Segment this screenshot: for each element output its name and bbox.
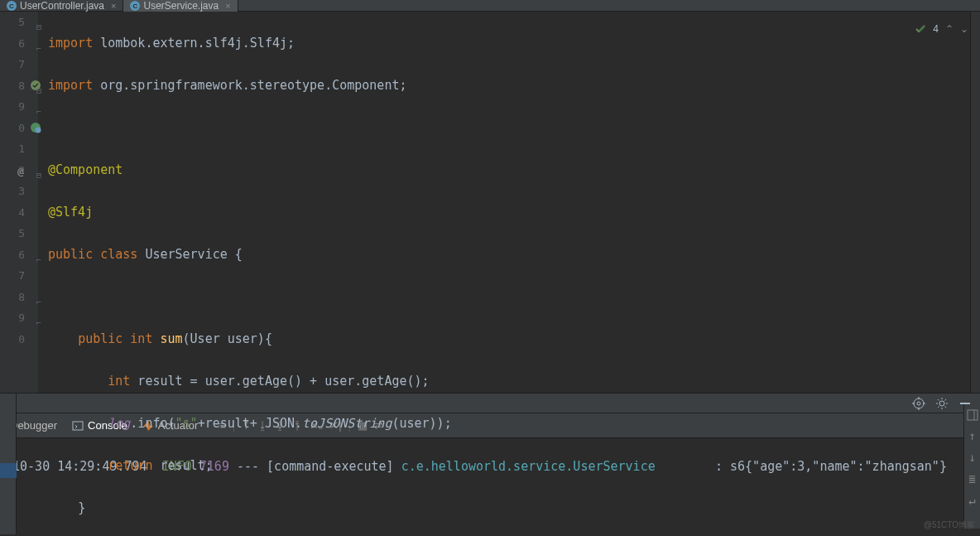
check-icon [915,23,926,35]
line-number: 0 [0,329,25,350]
fold-end-icon[interactable]: ⌐ [36,38,41,60]
warning-count: 4 [933,23,939,35]
line-number: 8 [0,75,25,97]
editor-tab-bar: C UserController.java × C UserService.ja… [0,0,980,12]
next-highlight-icon[interactable]: ⌄ [960,23,968,35]
return-icon[interactable]: ↵ [968,494,975,507]
close-icon[interactable]: × [225,1,230,11]
fold-end-icon[interactable]: ⌐ [36,249,41,271]
fold-end-icon[interactable]: ⌐ [36,312,41,334]
prev-highlight-icon[interactable]: ⌃ [945,23,954,35]
svg-point-2 [36,128,41,133]
fold-minus-icon[interactable]: ⊟ [36,17,41,38]
fold-end-icon[interactable]: ⌐ [36,292,41,313]
line-number: 7 [0,54,25,75]
line-number: 9 [0,96,25,118]
down-arrow-icon[interactable]: ↓ [968,451,975,464]
list-icon[interactable]: ≣ [968,472,975,485]
override-icon[interactable]: @ [17,161,24,182]
java-class-icon: C [7,1,17,11]
line-number: 1 [0,138,25,160]
line-number: 7 [0,265,25,287]
watermark: @51CTO博客 [924,519,975,531]
run-class-icon[interactable] [30,122,41,133]
right-tool-strip: ↑ ↓ ≣ ↵ [963,404,980,529]
line-number: 0 [0,118,25,139]
java-class-icon: C [130,1,140,11]
close-icon[interactable]: × [111,1,116,11]
line-number: 8 [0,287,25,308]
fold-minus-icon[interactable]: ⊟ [36,80,41,102]
line-number: 6 [0,33,25,55]
tab-label: UserController.java [20,0,104,12]
fold-end-icon[interactable]: ⌐ [36,101,41,123]
tab-userservice[interactable]: C UserService.java × [123,0,238,12]
code-editor[interactable]: 5 6 7 8 9 0 1 2 3 4 5 6 7 8 9 0 @ ⊟ ⌐ ⊟ … [0,12,980,393]
line-number-gutter: 5 6 7 8 9 0 1 2 3 4 5 6 7 8 9 0 @ ⊟ ⌐ ⊟ … [0,12,38,393]
svg-rect-12 [968,410,978,420]
up-arrow-icon[interactable]: ↑ [968,429,975,442]
fold-minus-icon[interactable]: ⊟ [36,165,41,186]
line-number: 3 [0,181,25,202]
line-number: 5 [0,12,25,33]
line-number: 4 [0,202,25,224]
tab-label: UserService.java [143,0,219,12]
tab-usercontroller[interactable]: C UserController.java × [0,0,123,12]
inspection-widget[interactable]: 4 ⌃ ⌄ [915,23,968,35]
layout-icon[interactable] [967,409,978,421]
tool-window-button[interactable] [0,463,17,478]
code-content[interactable]: import lombok.extern.slf4j.Slf4j; import… [38,12,970,393]
line-number: 5 [0,223,25,244]
line-number: 9 [0,307,25,329]
error-stripe[interactable] [970,12,980,393]
line-number: 6 [0,244,25,266]
left-tool-strip [0,394,17,534]
